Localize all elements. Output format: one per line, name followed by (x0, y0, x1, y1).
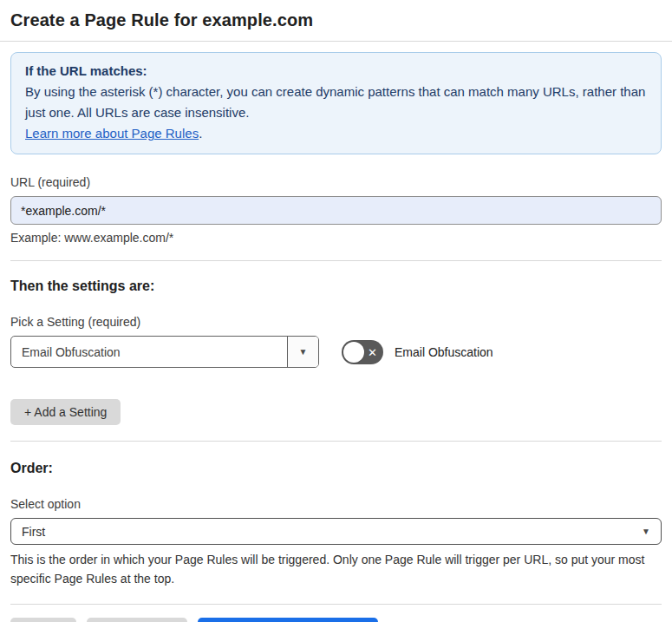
url-label: URL (required) (10, 175, 662, 189)
info-box-link-line: Learn more about Page Rules. (25, 123, 647, 144)
footer-divider (10, 604, 662, 605)
setting-select[interactable]: Email Obfuscation ▼ (10, 336, 319, 368)
toggle-off-x-icon: ✕ (368, 346, 377, 357)
settings-section-heading: Then the settings are: (10, 278, 662, 294)
save-and-deploy-button[interactable]: Save and Deploy Page Rule (198, 618, 378, 622)
setting-select-value: Email Obfuscation (11, 337, 287, 367)
order-select-value: First (22, 525, 45, 539)
pick-setting-label: Pick a Setting (required) (10, 315, 662, 329)
save-as-draft-button[interactable]: Save as Draft (87, 618, 188, 622)
add-setting-button[interactable]: + Add a Setting (10, 399, 121, 425)
info-box-heading: If the URL matches: (25, 61, 647, 82)
page-title: Create a Page Rule for example.com (10, 10, 662, 30)
info-box-body: By using the asterisk (*) character, you… (25, 82, 647, 123)
setting-row: Email Obfuscation ▼ ✕ Email Obfuscation (10, 336, 662, 368)
cancel-button[interactable]: Cancel (10, 618, 76, 622)
section-divider-1 (10, 260, 662, 261)
link-suffix: . (199, 126, 202, 141)
order-help-text: This is the order in which your Page Rul… (10, 550, 662, 588)
select-option-label: Select option (10, 497, 662, 511)
toggle-knob (343, 342, 364, 363)
learn-more-link[interactable]: Learn more about Page Rules (25, 126, 199, 141)
chevron-down-icon: ▼ (642, 527, 650, 536)
url-example-text: Example: www.example.com/* (10, 231, 662, 245)
url-input[interactable] (10, 196, 662, 225)
order-select[interactable]: First ▼ (10, 518, 662, 545)
order-section-heading: Order: (10, 461, 662, 476)
header-divider (0, 41, 672, 42)
setting-select-arrow-button[interactable]: ▼ (287, 337, 318, 367)
email-obfuscation-toggle[interactable]: ✕ (342, 340, 383, 364)
toggle-label: Email Obfuscation (395, 345, 493, 359)
url-matches-info-box: If the URL matches: By using the asteris… (10, 52, 662, 154)
chevron-down-icon: ▼ (299, 348, 308, 357)
footer-actions: Cancel Save as Draft Save and Deploy Pag… (10, 618, 662, 622)
section-divider-2 (10, 441, 662, 442)
